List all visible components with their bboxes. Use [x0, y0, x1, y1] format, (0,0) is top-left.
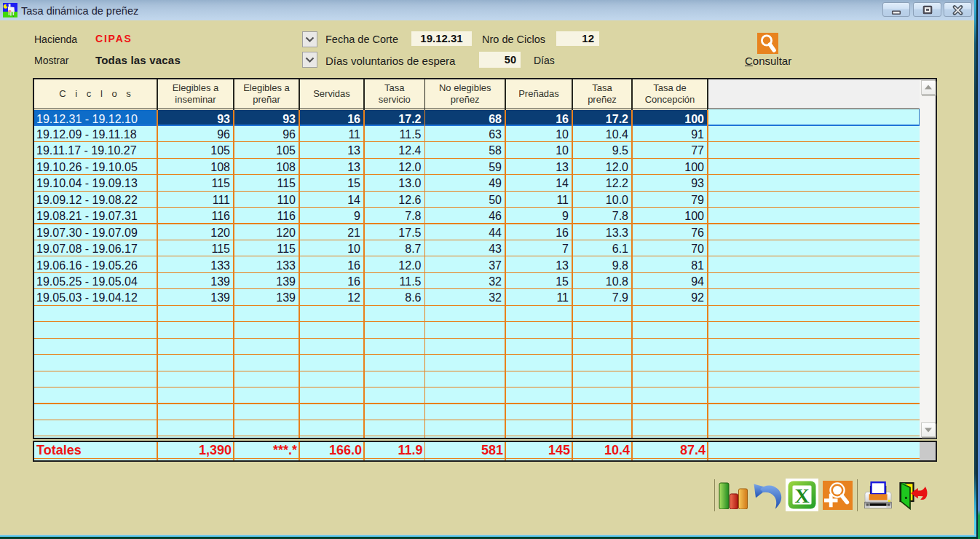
svg-text:X: X — [794, 484, 809, 507]
